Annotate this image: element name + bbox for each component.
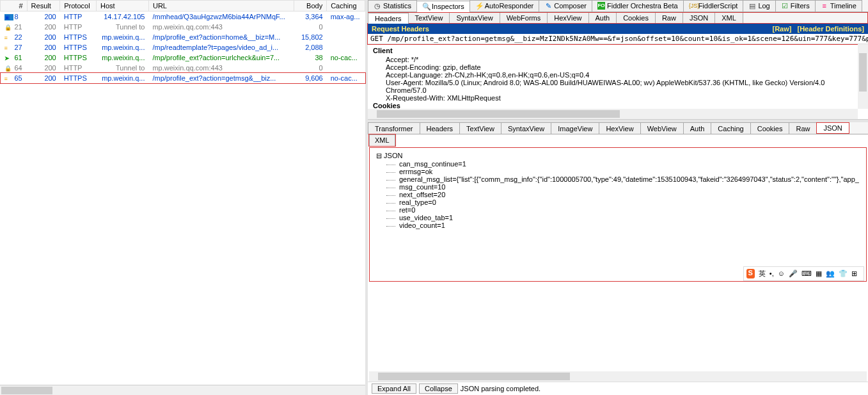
session-row[interactable]: ≡22 200 HTTPS mp.weixin.q... /mp/profile… xyxy=(1,32,365,42)
tab-log[interactable]: ▤Log xyxy=(743,0,775,12)
reqtab-json[interactable]: JSON xyxy=(683,12,715,23)
js-icon: ≡ xyxy=(4,45,13,51)
headers-vscroll[interactable] xyxy=(858,44,868,109)
json-leaf[interactable]: use_video_tab=1 xyxy=(376,214,860,222)
tab-timeline[interactable]: ≡Timeline xyxy=(815,0,862,12)
img-icon: ▣ xyxy=(4,14,13,20)
statistics-icon: ◷ xyxy=(374,2,381,10)
json-hscroll[interactable] xyxy=(369,371,867,382)
timeline-icon: ≡ xyxy=(821,2,828,10)
ime-icon[interactable]: 英 xyxy=(759,270,766,277)
tab-fiddler-orchestra-beta[interactable]: FOFiddler Orchestra Beta xyxy=(592,0,684,12)
raw-link[interactable]: [Raw] xyxy=(772,25,791,33)
tab-xml[interactable]: XML xyxy=(369,134,395,146)
reqtab-raw[interactable]: Raw xyxy=(655,12,683,23)
ime-toolbar[interactable]: S 英•,☺🎤⌨▦👥👕⊞ xyxy=(743,266,865,281)
tab-inspectors[interactable]: 🔍Inspectors xyxy=(416,1,470,12)
request-url[interactable]: GET /mp/profile_ext?action=getmsg&__biz=… xyxy=(368,34,868,44)
json-leaf[interactable]: real_type=0 xyxy=(376,198,860,206)
resptab-raw[interactable]: Raw xyxy=(789,122,817,134)
ime-icon[interactable]: •, xyxy=(769,270,774,277)
resptab-transformer[interactable]: Transformer xyxy=(368,122,420,134)
up-icon: ➤ xyxy=(4,55,13,61)
headers-hscroll[interactable] xyxy=(368,109,858,119)
js-icon: ≡ xyxy=(4,76,13,82)
session-row[interactable]: ➤61 200 HTTPS mp.weixin.q... /mp/profile… xyxy=(1,52,365,63)
tab-autoresponder[interactable]: ⚡AutoResponder xyxy=(470,0,539,12)
collapse-button[interactable]: Collapse xyxy=(419,383,458,394)
request-headers-tree[interactable]: Client Accept: */*Accept-Encoding: gzip,… xyxy=(368,44,868,120)
resptab-auth[interactable]: Auth xyxy=(683,122,712,134)
json-leaf[interactable]: can_msg_continue=1 xyxy=(376,160,860,168)
tab-composer[interactable]: ✎Composer xyxy=(539,0,592,12)
json-leaf[interactable]: general_msg_list={"list":[{"comm_msg_inf… xyxy=(376,175,860,183)
tab-filters[interactable]: ☑Filters xyxy=(775,0,816,12)
col-result[interactable]: Result xyxy=(27,1,60,12)
ime-icon[interactable]: ⊞ xyxy=(851,270,857,277)
sessions-header[interactable]: # Result Protocol Host URL Body Caching xyxy=(1,1,365,12)
col-num[interactable]: # xyxy=(1,1,28,12)
request-headers-title: Request Headers xyxy=(372,25,429,33)
reqtab-headers[interactable]: Headers xyxy=(368,13,409,24)
resptab-syntaxview[interactable]: SyntaxView xyxy=(501,122,551,134)
col-url[interactable]: URL xyxy=(148,1,294,12)
ime-icon[interactable]: ▦ xyxy=(816,270,822,277)
reqtab-auth[interactable]: Auth xyxy=(588,12,617,23)
ime-icon[interactable]: ⌨ xyxy=(801,270,812,277)
json-leaf[interactable]: next_offset=20 xyxy=(376,191,860,198)
lock-icon: 🔒 xyxy=(4,24,13,31)
json-root[interactable]: JSON xyxy=(376,152,860,160)
header-item[interactable]: Accept-Language: zh-CN,zh-HK;q=0.8,en-HK… xyxy=(373,71,863,79)
resptab-cookies[interactable]: Cookies xyxy=(750,122,790,134)
reqtab-xml[interactable]: XML xyxy=(714,12,743,23)
ime-icon[interactable]: 🎤 xyxy=(789,270,798,277)
session-row[interactable]: 🔒64 200 HTTP Tunnel to mp.weixin.qq.com:… xyxy=(1,63,365,73)
session-row[interactable]: ≡27 200 HTTPS mp.weixin.q... /mp/readtem… xyxy=(1,42,365,52)
header-item[interactable]: Accept: */* xyxy=(373,56,863,63)
resptab-textview[interactable]: TextView xyxy=(459,122,501,134)
resptab-json[interactable]: JSON xyxy=(816,122,849,134)
composer-icon: ✎ xyxy=(544,2,552,10)
reqtab-hexview[interactable]: HexView xyxy=(547,12,588,23)
session-row[interactable]: 🔒21 200 HTTP Tunnel to mp.weixin.qq.com:… xyxy=(1,22,365,32)
autoresponder-icon: ⚡ xyxy=(475,2,483,10)
resptab-caching[interactable]: Caching xyxy=(711,122,750,134)
right-panel: ◷Statistics🔍Inspectors⚡AutoResponder✎Com… xyxy=(368,0,868,395)
resptab-webview[interactable]: WebView xyxy=(640,122,684,134)
tab-statistics[interactable]: ◷Statistics xyxy=(368,0,417,12)
col-body[interactable]: Body xyxy=(294,1,327,12)
request-subtabs: HeadersTextViewSyntaxViewWebFormsHexView… xyxy=(368,12,868,24)
json-leaf[interactable]: ret=0 xyxy=(376,206,860,214)
col-host[interactable]: Host xyxy=(97,1,149,12)
resptab-hexview[interactable]: HexView xyxy=(599,122,640,134)
header-item[interactable]: X-Requested-With: XMLHttpRequest xyxy=(373,94,863,102)
fiddlerscript-icon: {JS} xyxy=(689,2,697,10)
header-item[interactable]: Accept-Encoding: gzip, deflate xyxy=(373,63,863,71)
client-group[interactable]: Client xyxy=(373,47,863,54)
tab-fiddlerscript[interactable]: {JS}FiddlerScript xyxy=(683,0,744,12)
resptab-headers[interactable]: Headers xyxy=(420,122,461,134)
header-item[interactable]: User-Agent: Mozilla/5.0 (Linux; Android … xyxy=(373,79,863,94)
ime-icon[interactable]: 👕 xyxy=(839,270,848,277)
col-protocol[interactable]: Protocol xyxy=(60,1,97,12)
response-subtab-row: XML xyxy=(368,134,868,146)
ime-logo-icon[interactable]: S xyxy=(746,269,755,278)
expand-all-button[interactable]: Expand All xyxy=(372,383,416,394)
json-leaf[interactable]: msg_count=10 xyxy=(376,183,860,191)
session-row[interactable]: ▣8 200 HTTP 14.17.42.105 /mmhead/Q3auHgz… xyxy=(1,12,365,22)
ime-icon[interactable]: ☺ xyxy=(778,270,785,277)
header-definitions-link[interactable]: [Header Definitions] xyxy=(797,25,864,33)
col-caching[interactable]: Caching xyxy=(327,1,365,12)
status-text: JSON parsing completed. xyxy=(461,385,541,392)
reqtab-textview[interactable]: TextView xyxy=(408,12,450,23)
resptab-imageview[interactable]: ImageView xyxy=(551,122,599,134)
reqtab-syntaxview[interactable]: SyntaxView xyxy=(449,12,500,23)
json-leaf[interactable]: video_count=1 xyxy=(376,222,860,229)
json-tree[interactable]: JSON can_msg_continue=1errmsg=okgeneral_… xyxy=(369,147,867,282)
sessions-hscroll[interactable] xyxy=(0,385,365,395)
session-row[interactable]: ≡65 200 HTTPS mp.weixin.q... /mp/profile… xyxy=(1,73,365,83)
json-leaf[interactable]: errmsg=ok xyxy=(376,168,860,175)
reqtab-cookies[interactable]: Cookies xyxy=(616,12,656,23)
reqtab-webforms[interactable]: WebForms xyxy=(500,12,548,23)
ime-icon[interactable]: 👥 xyxy=(826,270,835,277)
